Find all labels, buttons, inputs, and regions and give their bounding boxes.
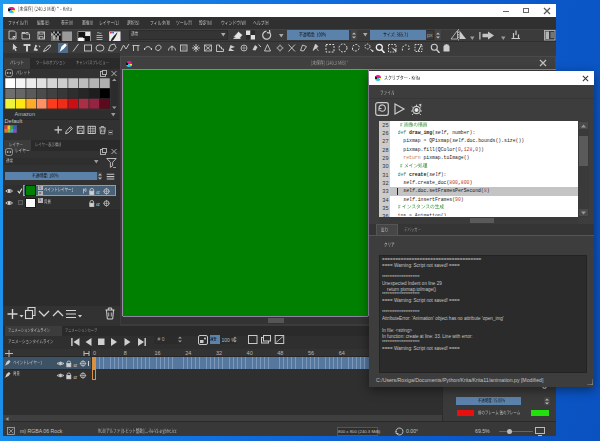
svg-text:α: α — [74, 372, 78, 379]
svg-text:α: α — [74, 361, 78, 368]
svg-text:α: α — [96, 188, 100, 195]
svg-text:α: α — [96, 200, 100, 207]
